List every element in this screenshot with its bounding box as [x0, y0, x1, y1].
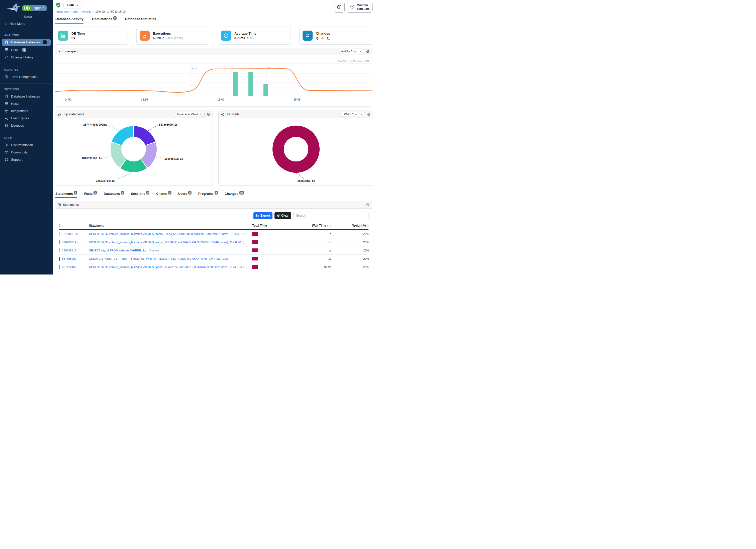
sidebar-item-integrations[interactable]: Integrations [2, 108, 51, 114]
donut-slice-287474436[interactable] [112, 126, 133, 145]
statement-link[interactable]: CREATE STATISTICS __auto__ FROM [63] WIT… [89, 257, 251, 260]
col-id[interactable]: #⇅ [59, 224, 89, 227]
time-range-line2: 13th Jan [357, 7, 369, 11]
col-statement[interactable]: Statement [89, 224, 252, 227]
statements-chart-select[interactable]: Statements Chart ▼ [174, 112, 205, 117]
clock-icon [4, 75, 9, 79]
collapse-panel-icon[interactable]: ⊖ [207, 112, 210, 116]
kpi-delta: 2,830 (123%) [166, 37, 183, 40]
edition-label: Starter [3, 15, 50, 19]
statement-cell: CREATE STATISTICS __auto__ FROM [63] WIT… [89, 257, 252, 260]
detail-tab-statements[interactable]: Statements5 [55, 192, 77, 198]
waits-chart-select[interactable]: Waits Chart ▼ [342, 112, 365, 117]
detail-tab-clients[interactable]: Clients2 [156, 192, 171, 198]
sidebar-item-event-types[interactable]: Event Types [2, 115, 51, 122]
kpi-title: Changes [316, 32, 333, 35]
statement-id-link[interactable]: 287474436 [62, 265, 76, 268]
sidebar-item-time-comparison[interactable]: Time Comparison [2, 73, 51, 80]
kpi-info-count: 20 [321, 36, 324, 40]
total-time-cell [252, 265, 285, 269]
detail-tab-databases[interactable]: Databases1 [104, 192, 124, 198]
info-icon [316, 36, 319, 40]
chart-icon [58, 50, 61, 53]
statement-link[interactable]: UPSERT INTO vehicle_location_histories V… [89, 241, 251, 244]
donut-row: Top statements Statements Chart ▼ ⊖ [55, 111, 372, 186]
collapse-panel-icon[interactable]: ⊖ [366, 49, 369, 53]
label-leader-line [118, 173, 132, 179]
instance-name: crdb [67, 3, 74, 7]
panel-title: Time spent [63, 50, 78, 53]
collapse-panel-icon[interactable]: ⊖ [366, 203, 369, 207]
label-leader-line [147, 125, 158, 131]
copy-link-button[interactable] [334, 2, 345, 13]
total-time-cell [252, 240, 285, 244]
detail-tab-waits[interactable]: Waits1 [84, 192, 97, 198]
search-input[interactable] [293, 212, 368, 219]
col-wait-time[interactable]: Wait Time↑⇅ [285, 224, 331, 227]
peak-note: Peak Time: 2s, Executions: 837 [338, 60, 369, 62]
clock-icon [221, 31, 231, 41]
sidebar-item-community[interactable]: Community [2, 149, 51, 156]
breadcrumb-item[interactable]: Activity [82, 10, 91, 13]
statement-id-link[interactable]: 139638413 [62, 249, 76, 252]
change-marker-label[interactable]: ⇄ 7 [268, 66, 272, 69]
tab-database-activity[interactable]: Database Activity [55, 17, 83, 24]
collapse-panel-icon[interactable]: ⊖ [367, 112, 370, 116]
breadcrumb-item[interactable]: Instances [56, 10, 69, 13]
detail-tab-sessions[interactable]: Sessions2 [131, 192, 149, 198]
donut-slice-887898099[interactable] [134, 126, 155, 145]
hide-menu-label: Hide Menu [10, 22, 25, 26]
sidebar-item-documentation[interactable]: Documentation [2, 142, 51, 148]
sidebar-item-database-instances[interactable]: Database Instances1 [2, 39, 51, 46]
time-spent-panel: Time spent Activity Chart ▼ ⊖ [55, 48, 372, 107]
waits-donut-chart[interactable]: executing: 5s [219, 118, 373, 185]
sidebar-item-change-history[interactable]: ⇄Change History [2, 54, 51, 61]
statement-id-link[interactable]: 887898099 [62, 257, 76, 260]
activity-chart-select[interactable]: Activity Chart ▼ [339, 49, 364, 54]
hosts-icon [4, 102, 9, 106]
sidebar-item-hosts[interactable]: Hosts [2, 100, 51, 107]
detail-tab-programs[interactable]: Programs2 [198, 192, 218, 198]
col-weight[interactable]: Weight %⇅ [331, 224, 369, 227]
statement-id-link[interactable]: 326238714 [62, 241, 76, 244]
statement-link[interactable]: SELECT city, id FROM vehicles WHERE city… [89, 249, 251, 252]
tab-database-statistics[interactable]: Database Statistics [125, 17, 156, 24]
slice-label: 287474436: 999ms [83, 123, 107, 126]
statements-donut-chart[interactable]: 287474436: 999ms 887898099: 1s 139638413… [55, 118, 213, 185]
detail-tab-users[interactable]: Users2 [178, 192, 192, 198]
weight-cell: 20% [331, 265, 369, 268]
hosts-icon [4, 48, 9, 52]
col-total-time[interactable]: Total Time [252, 224, 285, 227]
sidebar-item-support[interactable]: Support [2, 156, 51, 163]
sidebar-item-database-instances[interactable]: Database Instances [2, 93, 51, 100]
breadcrumb-item[interactable]: crdb [73, 10, 78, 13]
pie-chart-icon [221, 113, 224, 116]
support-icon [4, 158, 9, 161]
sidebar-item-licences[interactable]: Licences [2, 122, 51, 129]
clear-button[interactable]: ↺ Clear [274, 212, 291, 219]
tab-host-metrics[interactable]: Host Metrics0 [92, 17, 117, 24]
change-marker-label[interactable]: ⇄ 13 [192, 67, 197, 70]
label-leader-line [156, 156, 163, 158]
chevron-down-icon: ▼ [200, 113, 202, 116]
hide-menu-button[interactable]: « Hide Menu [0, 19, 53, 29]
detail-tab-changes[interactable]: Changes20 [225, 192, 244, 198]
kpi-db-time: DB Time 5s [55, 27, 128, 45]
export-button[interactable]: Export [253, 212, 272, 219]
statement-id-link[interactable]: 1845898166 [62, 232, 78, 235]
time-range-button[interactable]: Custom 13th Jan [347, 2, 372, 13]
statement-link[interactable]: UPSERT INTO vehicle_location_histories V… [89, 265, 251, 268]
weight-cell: 20% [331, 241, 369, 244]
copy-icon [337, 4, 342, 10]
sidebar-item-hosts[interactable]: Hosts0 [2, 46, 51, 53]
wait-time-cell: 1s [285, 249, 331, 252]
export-label: Export [260, 214, 270, 217]
time-spent-chart[interactable]: Peak Time: 2s, Executions: 837 ⇄ 13 ⇄ 7 [55, 55, 372, 106]
label-leader-line [108, 125, 120, 131]
chart-select-label: Activity Chart [341, 50, 357, 53]
instance-selector-button[interactable]: crdb ▼ [63, 2, 82, 9]
statements-panel: Statements ⊖ Export [55, 201, 372, 275]
statement-link[interactable]: UPSERT INTO vehicle_location_histories V… [89, 232, 251, 235]
sidebar-item-label: Documentation [11, 143, 33, 147]
wait-time-cell: 1s [285, 241, 331, 244]
